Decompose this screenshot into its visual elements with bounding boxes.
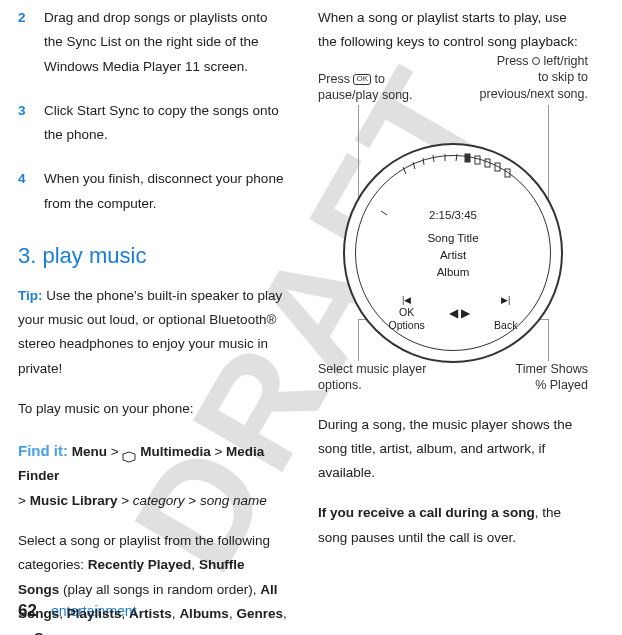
player-diagram: Press OK to pause/play song. Press left/… — [318, 71, 588, 391]
callout-text: previous/next song. — [480, 87, 588, 101]
callout-text: Press — [497, 54, 532, 68]
callout-text: to — [371, 72, 385, 86]
dial-softkeys: |◀ OK Options ◀ ▶ ▶| Back — [345, 295, 561, 333]
step-2: 2 Drag and drop songs or playlists onto … — [18, 6, 288, 79]
step-text: Drag and drop songs or playlists onto th… — [44, 6, 288, 79]
svg-line-0 — [403, 167, 406, 174]
cat-recent: Recently Played — [88, 557, 192, 572]
callout-text: to skip to — [538, 70, 588, 84]
page-content: 2 Drag and drop songs or playlists onto … — [0, 0, 622, 635]
cat-playlists: Playlists — [67, 606, 122, 621]
ok-key-icon: OK — [353, 74, 371, 85]
dial-album: Album — [345, 264, 561, 281]
playback-intro: When a song or playlist starts to play, … — [318, 6, 588, 55]
svg-line-2 — [423, 158, 424, 165]
callout-text: left/right — [540, 54, 588, 68]
svg-line-5 — [456, 154, 457, 161]
callout-pause-play: Press OK to pause/play song. — [318, 71, 428, 105]
cat-shuffle-note: (play all songs in random order), — [59, 582, 260, 597]
dial-artist: Artist — [345, 247, 561, 264]
softkey-options-label: Options — [389, 319, 425, 332]
softkey-left[interactable]: |◀ OK Options — [389, 295, 425, 333]
section-heading: 3. play music — [18, 236, 288, 276]
nav-key-icon — [532, 57, 540, 65]
callout-timer: Timer Shows % Played — [488, 361, 588, 395]
tip-text: Use the phone's built-in speaker to play… — [18, 288, 282, 376]
callout-text: Press — [318, 72, 353, 86]
toplay-paragraph: To play music on your phone: — [18, 397, 288, 421]
tip-paragraph: Tip: Use the phone's built-in speaker to… — [18, 284, 288, 381]
path-sep: > — [117, 493, 132, 508]
path-multimedia: Multimedia — [136, 444, 210, 459]
dial-song-title: Song Title — [345, 230, 561, 247]
step-text: Click Start Sync to copy the songs onto … — [44, 99, 288, 148]
select-paragraph: Select a song or playlist from the follo… — [18, 529, 288, 635]
svg-rect-8 — [485, 159, 490, 167]
softkey-center[interactable]: ◀ ▶ — [449, 306, 470, 321]
callout-skip: Press left/right to skip to previous/nex… — [458, 53, 588, 104]
svg-rect-6 — [465, 154, 470, 162]
path-sep: > — [211, 444, 226, 459]
path-sep: > — [185, 493, 200, 508]
call-bold: If you receive a call during a song — [318, 505, 535, 520]
cat-artists: Artists — [129, 606, 172, 621]
callout-options: Select music player options. — [318, 361, 448, 395]
step-number: 4 — [18, 167, 32, 216]
right-column: When a song or playlist starts to play, … — [318, 6, 588, 635]
step-number: 3 — [18, 99, 32, 148]
callout-text: options. — [318, 378, 362, 392]
step-4: 4 When you finish, disconnect your phone… — [18, 167, 288, 216]
path-menu: Menu — [72, 444, 107, 459]
dial-time: 2:15/3:45 — [345, 207, 561, 224]
path-musiclibrary: Music Library — [30, 493, 118, 508]
step-number: 2 — [18, 6, 32, 79]
path-sep: > — [107, 444, 122, 459]
dial-content: 2:15/3:45 Song Title Artist Album — [345, 207, 561, 282]
callout-text: pause/play song. — [318, 88, 413, 102]
path-category: category — [133, 493, 185, 508]
left-column: 2 Drag and drop songs or playlists onto … — [18, 6, 288, 635]
during-paragraph: During a song, the music player shows th… — [318, 413, 588, 486]
path-songname: song name — [200, 493, 267, 508]
path-sep: > — [18, 493, 30, 508]
softkey-back-label: Back — [494, 319, 517, 332]
svg-rect-7 — [475, 156, 480, 164]
cat-composers: Composers — [34, 630, 108, 635]
cat-sep: , — [122, 606, 130, 621]
step-3: 3 Click Start Sync to copy the songs ont… — [18, 99, 288, 148]
callout-text: % Played — [535, 378, 588, 392]
svg-rect-9 — [495, 163, 500, 171]
tip-label: Tip: — [18, 288, 43, 303]
player-dial: 2:15/3:45 Song Title Artist Album |◀ OK … — [343, 143, 563, 363]
cat-sep: , — [191, 557, 199, 572]
svg-line-1 — [413, 162, 415, 169]
softkey-right[interactable]: ▶| Back — [494, 295, 517, 333]
step-text: When you finish, disconnect your phone f… — [44, 167, 288, 216]
multimedia-icon — [122, 447, 136, 459]
cat-sep: , — [59, 606, 67, 621]
cat-genres: Genres — [236, 606, 283, 621]
softkey-ok-label: OK — [389, 306, 425, 319]
find-it-label: Find it: — [18, 442, 68, 459]
svg-rect-10 — [505, 169, 510, 177]
svg-line-3 — [433, 155, 434, 162]
cat-albums: Albums — [179, 606, 229, 621]
find-it-line: Find it: Menu > Multimedia > Media Finde… — [18, 437, 288, 513]
call-paragraph: If you receive a call during a song, the… — [318, 501, 588, 550]
